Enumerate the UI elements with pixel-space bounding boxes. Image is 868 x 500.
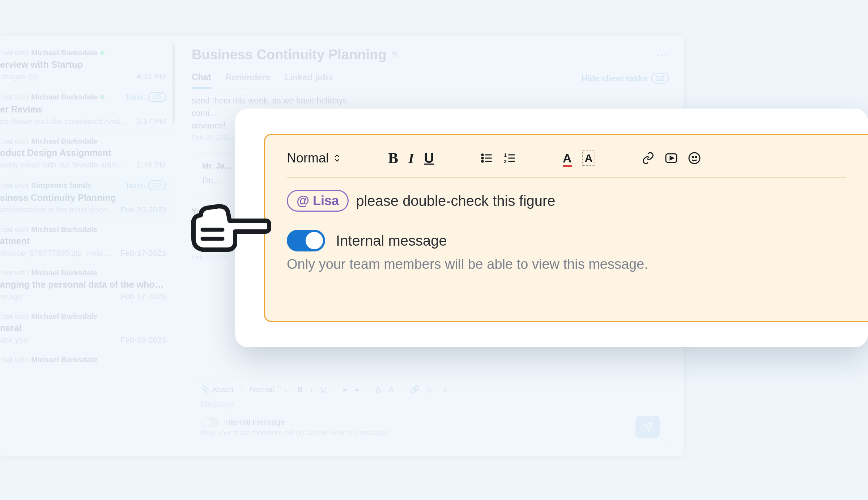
chat-preview: ansformation is the most discer…Feb-20-2… [0, 205, 166, 215]
bold-icon[interactable]: B [297, 385, 303, 394]
mention-pill[interactable]: @ Lisa [287, 190, 349, 212]
emoji-icon[interactable] [688, 152, 701, 165]
editor-toolbar: Normal B I U 12 A A [287, 149, 846, 178]
internal-toggle[interactable] [287, 230, 325, 251]
chat-title: oduct Design Assignment [0, 148, 166, 158]
chat-item[interactable]: :hat with Michael Barksdale neral ank yo… [0, 307, 177, 350]
svg-point-0 [482, 154, 484, 156]
tab-chat[interactable]: Chat [192, 69, 211, 89]
chat-with: :hat with Michael Barksdale [0, 225, 166, 234]
chat-with: :hat with Michael Barksdale [0, 268, 166, 277]
tasks-badge: Tasks: 2/3 [125, 180, 166, 190]
underline-icon[interactable]: U [321, 385, 326, 394]
chat-title: er Review [0, 104, 166, 115]
chat-with: :hat with Michael Barksdale [0, 137, 166, 145]
chat-item[interactable]: :hat with Michael Barksdale Tasks: 2/5 e… [0, 87, 177, 132]
bold-icon[interactable]: B [388, 149, 398, 167]
italic-icon[interactable]: I [311, 385, 313, 394]
chat-item[interactable]: :hat with Michael Barksdale oduct Design… [0, 132, 177, 175]
chat-preview: ImageFeb-17-2023 [0, 292, 166, 301]
style-normal[interactable]: Normal ⌃⌄ [250, 385, 289, 394]
more-menu-icon[interactable]: ⋮ [655, 50, 669, 60]
chat-with: :hat with Michael Barksdale [0, 355, 166, 364]
chat-title: neral [0, 323, 166, 333]
send-button[interactable] [635, 416, 660, 438]
tasks-badge: Tasks: 2/5 [125, 92, 166, 102]
chat-item[interactable]: :hat with Michael Barksdale [0, 350, 177, 372]
chat-with: :hat with Michael Barksdale [0, 48, 166, 57]
online-dot-icon [100, 51, 105, 55]
chat-item[interactable]: :hat with Simpsons family Tasks: 2/3 sin… [0, 175, 177, 220]
tab-linked-jobs[interactable]: Linked jobs [285, 69, 333, 88]
chat-preview: ank you!Feb-16-2023 [0, 335, 166, 345]
editor-popup: Normal B I U 12 A A [264, 134, 868, 322]
svg-text:2: 2 [504, 159, 507, 164]
video-icon[interactable]: ▷ [427, 385, 433, 394]
chat-title: atment [0, 236, 166, 246]
chat-preview: eekly email with our favorite articl…1:4… [0, 160, 166, 170]
italic-icon[interactable]: I [408, 150, 414, 167]
underline-icon[interactable]: U [424, 151, 434, 166]
composer-placeholder[interactable]: Message [201, 399, 660, 409]
video-icon[interactable] [665, 152, 678, 165]
internal-toggle-label: Internal message [336, 233, 447, 249]
editor-content[interactable]: @ Lisa please double-check this figure [287, 190, 846, 212]
editor-text: please double-check this figure [356, 193, 555, 209]
internal-label: Internal message [224, 418, 285, 427]
thread-title: Business Continuity Planning ✎ [192, 47, 400, 63]
svg-point-13 [692, 157, 693, 158]
composer: 📎 Attach Normal ⌃⌄ B I U ≡ ≡ A A 🔗 ▷ ☺ M… [192, 378, 669, 445]
edit-icon[interactable]: ✎ [391, 49, 400, 61]
online-dot-icon [100, 95, 105, 99]
svg-point-12 [689, 153, 700, 164]
attach-button[interactable]: 📎 Attach [201, 385, 233, 394]
hide-client-tasks[interactable]: Hide client tasks 1/2 [582, 73, 669, 84]
chat-title: anging the personal data of the whole fa… [0, 279, 166, 290]
bullet-list-icon[interactable] [480, 152, 493, 165]
tab-reminders[interactable]: Reminders [225, 69, 270, 88]
chat-with: :hat with Michael Barksdale [0, 312, 166, 321]
highlight-icon[interactable]: A [582, 151, 596, 166]
highlight-card: Normal B I U 12 A A [235, 109, 868, 347]
chat-title: siness Continuity Planning [0, 192, 166, 203]
internal-toggle-small[interactable] [201, 417, 219, 427]
emoji-icon[interactable]: ☺ [441, 385, 449, 394]
internal-toggle-sub: Only your team members will be able to v… [287, 257, 846, 272]
chat-preview: Images (5)4:52 PM [0, 72, 166, 81]
chat-title: erview with Startup [0, 59, 166, 70]
chat-preview: Invoice_878777895.zip, invoi…Feb-17-2023 [0, 249, 166, 258]
chat-item[interactable]: :hat with Michael Barksdale erview with … [0, 43, 177, 87]
svg-text:1: 1 [504, 152, 507, 158]
internal-sub: Only your team members will be able to v… [201, 429, 391, 437]
highlight-icon[interactable]: A [389, 385, 394, 394]
style-dropdown[interactable]: Normal [287, 151, 342, 166]
svg-point-4 [482, 161, 484, 162]
link-icon[interactable] [642, 152, 655, 165]
chat-with: :hat with Michael Barksdale Tasks: 2/5 [0, 92, 166, 102]
svg-point-14 [695, 157, 697, 158]
numbered-list-icon[interactable]: ≡ [355, 385, 359, 394]
pointer-hand-icon [188, 195, 271, 262]
link-icon[interactable]: 🔗 [410, 385, 420, 394]
sidebar: :hat with Michael Barksdale erview with … [0, 36, 177, 456]
svg-point-2 [482, 157, 484, 159]
text-color-icon[interactable]: A [563, 151, 572, 165]
bullet-list-icon[interactable]: ≡ [342, 385, 347, 394]
chat-item[interactable]: :hat with Michael Barksdale atment Invoi… [0, 220, 177, 263]
text-color-icon[interactable]: A [375, 385, 380, 394]
tabs: Chat Reminders Linked jobs Hide client t… [192, 69, 669, 89]
sidebar-scrollbar[interactable] [172, 43, 175, 123]
numbered-list-icon[interactable]: 12 [503, 152, 516, 165]
chat-with: :hat with Simpsons family Tasks: 2/3 [0, 180, 166, 190]
chat-preview: ps://www.youtube.com/watch?v=d…2:17 PM [0, 117, 166, 126]
chat-item[interactable]: :hat with Michael Barksdale anging the p… [0, 263, 177, 307]
